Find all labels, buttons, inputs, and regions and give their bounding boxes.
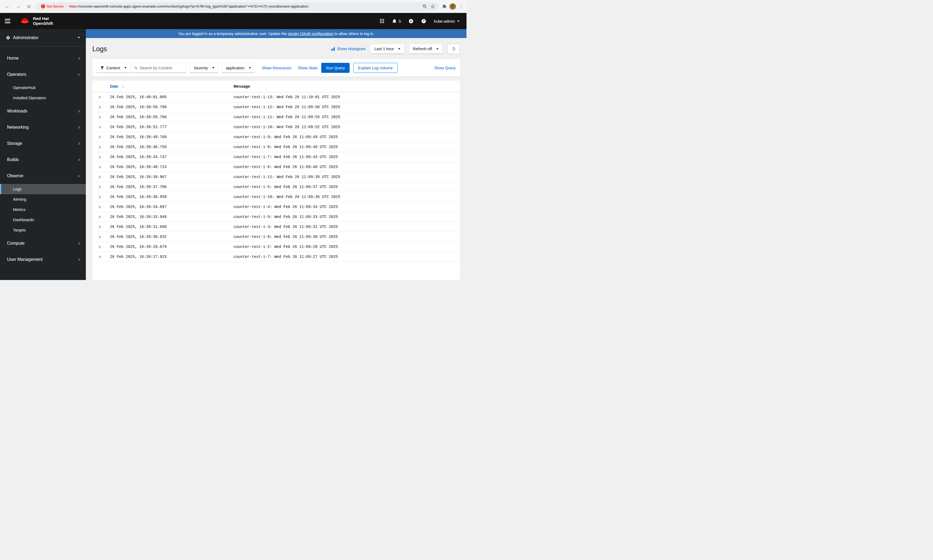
expand-row-button[interactable] (98, 125, 102, 129)
gear-icon (6, 35, 10, 40)
page-title: Logs (93, 45, 107, 53)
log-date: 26 Feb 2025, 16:39:30.932 (106, 232, 231, 242)
security-badge[interactable]: ! Not Secure (39, 3, 66, 9)
sidebar-item-networking[interactable]: Networking (0, 119, 86, 135)
sidebar-item-workloads[interactable]: Workloads (0, 103, 86, 119)
table-row: 26 Feb 2025, 16:39:52.777counter-test-i-… (93, 122, 460, 132)
expand-cell (93, 252, 106, 262)
sidebar-item-logs[interactable]: Logs (0, 184, 86, 194)
expand-cell (93, 172, 106, 182)
log-message: counter-test-i-6: Wed Feb 26 11:09:40 UT… (231, 162, 460, 172)
show-resources-button[interactable]: Show Resources (262, 66, 291, 70)
chevron-down-icon (78, 37, 80, 38)
refresh-now-button[interactable] (447, 44, 460, 54)
histogram-icon (331, 47, 335, 51)
show-stats-button[interactable]: Show Stats (298, 66, 318, 70)
browser-chrome: ← → ! Not Secure https://console-openshi… (0, 0, 467, 13)
sidebar-item-home[interactable]: Home (0, 50, 86, 66)
sidebar-item-user-management[interactable]: User Management (0, 251, 86, 268)
chevron-right-icon (77, 142, 80, 145)
address-bar[interactable]: ! Not Secure https://console-openshift-c… (35, 2, 439, 11)
expand-row-button[interactable] (98, 195, 102, 199)
zoom-icon[interactable] (423, 4, 427, 9)
explain-log-volume-button[interactable]: Explain Log Volume (353, 63, 398, 73)
user-menu[interactable]: kube:admin (434, 19, 460, 23)
run-query-button[interactable]: Run Query (321, 63, 349, 73)
nav-toggle-button[interactable] (5, 16, 15, 26)
sidebar-item-builds[interactable]: Builds (0, 152, 86, 168)
expand-row-button[interactable] (98, 215, 102, 219)
sidebar-item-installed-operators[interactable]: Installed Operators (0, 93, 86, 103)
tenant-select[interactable]: application (222, 63, 254, 73)
expand-row-button[interactable] (98, 155, 102, 159)
extensions-icon[interactable] (442, 4, 447, 9)
expand-row-button[interactable] (98, 95, 102, 99)
table-row: 26 Feb 2025, 16:39:33.948counter-test-i-… (93, 212, 460, 222)
content-filter-select[interactable]: Content (97, 63, 130, 73)
svg-text:?: ? (423, 19, 425, 23)
main-content: You are logged in as a temporary adminis… (86, 29, 467, 280)
expand-row-button[interactable] (98, 245, 102, 249)
cluster-oauth-link[interactable]: cluster OAuth configuration (288, 32, 333, 36)
browser-forward-button[interactable]: → (14, 2, 22, 11)
sidebar-item-operatorhub[interactable]: OperatorHub (0, 83, 86, 93)
sidebar-item-storage[interactable]: Storage (0, 135, 86, 152)
chevron-right-icon (77, 242, 80, 245)
add-button[interactable] (409, 18, 413, 24)
expand-row-button[interactable] (98, 205, 102, 209)
brand-line1: Red Hat (33, 16, 53, 21)
expand-cell (93, 232, 106, 242)
refresh-interval-select[interactable]: Refresh off (409, 44, 442, 54)
chevron-down-icon (77, 174, 80, 177)
sidebar-item-alerting[interactable]: Alerting (0, 194, 86, 205)
reload-icon (27, 4, 31, 9)
expand-column-header (93, 81, 106, 92)
expand-row-button[interactable] (98, 185, 102, 189)
severity-select[interactable]: Severity (190, 63, 218, 73)
sidebar-item-operators[interactable]: Operators (0, 66, 86, 83)
expand-row-button[interactable] (98, 145, 102, 149)
browser-menu-icon[interactable]: ⋮ (459, 3, 463, 9)
show-histogram-button[interactable]: Show Histogram (331, 47, 365, 51)
expand-row-button[interactable] (98, 115, 102, 119)
help-button[interactable]: ? (421, 18, 426, 24)
sidebar-item-targets[interactable]: Targets (0, 225, 86, 235)
bookmark-star-icon[interactable] (430, 4, 435, 9)
sidebar-item-compute[interactable]: Compute (0, 235, 86, 251)
search-icon (134, 66, 137, 70)
expand-row-button[interactable] (98, 135, 102, 139)
log-message: counter-test-i-10: Wed Feb 26 11:09:52 U… (231, 122, 460, 132)
log-date: 26 Feb 2025, 16:39:46.758 (106, 142, 231, 152)
browser-avatar[interactable] (449, 3, 456, 10)
expand-row-button[interactable] (98, 175, 102, 179)
sidebar-item-label: Observe (7, 174, 23, 178)
expand-row-button[interactable] (98, 225, 102, 229)
time-range-select[interactable]: Last 1 hour (371, 44, 404, 54)
browser-back-button[interactable]: ← (3, 2, 11, 11)
table-row: 26 Feb 2025, 16:39:46.758counter-test-i-… (93, 142, 460, 152)
sidebar-item-dashboards[interactable]: Dashboards (0, 215, 86, 225)
sidebar-item-label: User Management (7, 257, 43, 262)
perspective-switcher[interactable]: Administrator (0, 29, 86, 46)
username: kube:admin (434, 19, 455, 23)
show-query-button[interactable]: Show Query (434, 66, 456, 70)
logs-table-card: Date ↓ Message 26 Feb 2025, 16:40:01.805… (93, 81, 460, 280)
expand-row-button[interactable] (98, 235, 102, 239)
url-rest: ://console-openshift-console.apps.agent.… (77, 4, 308, 8)
expand-cell (93, 192, 106, 202)
log-date: 26 Feb 2025, 16:39:33.948 (106, 212, 231, 222)
date-sort-button[interactable]: Date ↓ (110, 84, 124, 88)
log-message: counter-test-i-5: Wed Feb 26 11:09:37 UT… (231, 182, 460, 192)
browser-reload-button[interactable] (25, 2, 33, 11)
notifications-button[interactable]: 5 (392, 18, 401, 23)
table-row: 26 Feb 2025, 16:39:49.768counter-test-i-… (93, 132, 460, 142)
search-input[interactable] (140, 66, 183, 70)
log-message: counter-test-i-4: Wed Feb 26 11:09:34 UT… (231, 202, 460, 212)
app-launcher-button[interactable] (379, 18, 384, 23)
expand-row-button[interactable] (98, 165, 102, 169)
expand-row-button[interactable] (98, 105, 102, 109)
sidebar-item-metrics[interactable]: Metrics (0, 205, 86, 215)
sidebar-item-observe[interactable]: Observe (0, 168, 86, 184)
expand-row-button[interactable] (98, 255, 102, 259)
expand-cell (93, 162, 106, 172)
